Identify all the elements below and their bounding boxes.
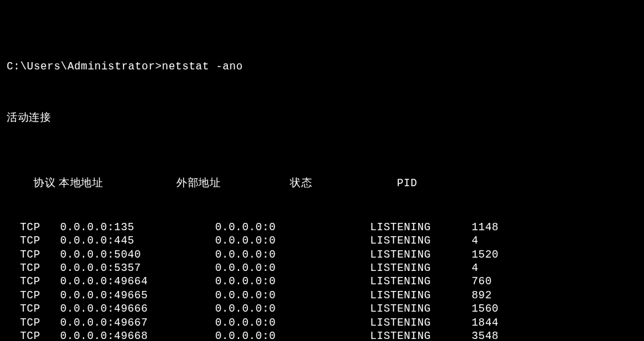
cell-local-address: 0.0.0.0:5040 [60, 248, 215, 262]
cell-pid: 1520 [472, 248, 498, 262]
table-row: TCP0.0.0.0:53570.0.0.0:0LISTENING4 [7, 262, 637, 275]
header-state: 状态 [290, 177, 397, 190]
header-local-address: 本地地址 [57, 177, 176, 190]
cell-protocol: TCP [7, 262, 60, 275]
command-prompt-line[interactable]: C:\Users\Administrator>netstat -ano [7, 60, 637, 73]
table-row: TCP0.0.0.0:496650.0.0.0:0LISTENING892 [7, 289, 637, 302]
cell-local-address: 0.0.0.0:49666 [60, 302, 215, 316]
table-row: TCP0.0.0.0:496680.0.0.0:0LISTENING3548 [7, 330, 637, 341]
cell-pid: 760 [472, 275, 492, 288]
section-title: 活动连接 [7, 111, 637, 125]
cell-foreign-address: 0.0.0.0:0 [215, 248, 370, 262]
cell-protocol: TCP [7, 316, 60, 330]
table-row: TCP0.0.0.0:4450.0.0.0:0LISTENING4 [7, 234, 637, 248]
cell-state: LISTENING [370, 262, 472, 275]
cell-state: LISTENING [370, 221, 472, 234]
connections-table: TCP0.0.0.0:1350.0.0.0:0LISTENING1148TCP0… [7, 221, 637, 341]
cell-state: LISTENING [370, 234, 472, 248]
cell-local-address: 0.0.0.0:445 [60, 234, 215, 248]
prompt-path: C:\Users\Administrator> [7, 61, 162, 73]
cell-local-address: 0.0.0.0:49665 [60, 289, 215, 302]
table-row: TCP0.0.0.0:496670.0.0.0:0LISTENING1844 [7, 316, 637, 330]
header-foreign-address: 外部地址 [176, 177, 290, 190]
table-header: 协议本地地址外部地址状态PID [7, 163, 637, 191]
cell-local-address: 0.0.0.0:49668 [60, 330, 215, 341]
cell-pid: 1148 [472, 221, 498, 234]
cell-foreign-address: 0.0.0.0:0 [215, 289, 370, 302]
cell-local-address: 0.0.0.0:49664 [60, 275, 215, 288]
cell-foreign-address: 0.0.0.0:0 [215, 262, 370, 275]
cell-pid: 4 [472, 262, 478, 275]
command-text: netstat -ano [162, 61, 243, 73]
table-row: TCP0.0.0.0:1350.0.0.0:0LISTENING1148 [7, 221, 637, 234]
cell-protocol: TCP [7, 302, 60, 316]
cell-foreign-address: 0.0.0.0:0 [215, 275, 370, 288]
cell-state: LISTENING [370, 248, 472, 262]
cell-protocol: TCP [7, 248, 60, 262]
cell-protocol: TCP [7, 234, 60, 248]
cell-foreign-address: 0.0.0.0:0 [215, 330, 370, 341]
cell-state: LISTENING [370, 330, 472, 341]
table-row: TCP0.0.0.0:50400.0.0.0:0LISTENING1520 [7, 248, 637, 262]
cell-local-address: 0.0.0.0:135 [60, 221, 215, 234]
cell-state: LISTENING [370, 316, 472, 330]
cell-foreign-address: 0.0.0.0:0 [215, 316, 370, 330]
table-row: TCP0.0.0.0:496660.0.0.0:0LISTENING1560 [7, 302, 637, 316]
cell-pid: 892 [472, 289, 492, 302]
cell-pid: 3548 [472, 330, 498, 341]
cell-state: LISTENING [370, 302, 472, 316]
cell-state: LISTENING [370, 275, 472, 288]
cell-foreign-address: 0.0.0.0:0 [215, 221, 370, 234]
cell-local-address: 0.0.0.0:49667 [60, 316, 215, 330]
cell-foreign-address: 0.0.0.0:0 [215, 302, 370, 316]
header-protocol: 协议 [20, 177, 57, 190]
cell-pid: 1844 [472, 316, 498, 330]
cell-protocol: TCP [7, 289, 60, 302]
cell-protocol: TCP [7, 221, 60, 234]
cell-pid: 4 [472, 234, 478, 248]
cell-protocol: TCP [7, 275, 60, 288]
cell-protocol: TCP [7, 330, 60, 341]
cell-foreign-address: 0.0.0.0:0 [215, 234, 370, 248]
cell-pid: 1560 [472, 302, 498, 316]
header-pid: PID [397, 177, 417, 190]
cell-state: LISTENING [370, 289, 472, 302]
table-row: TCP0.0.0.0:496640.0.0.0:0LISTENING760 [7, 275, 637, 288]
cell-local-address: 0.0.0.0:5357 [60, 262, 215, 275]
